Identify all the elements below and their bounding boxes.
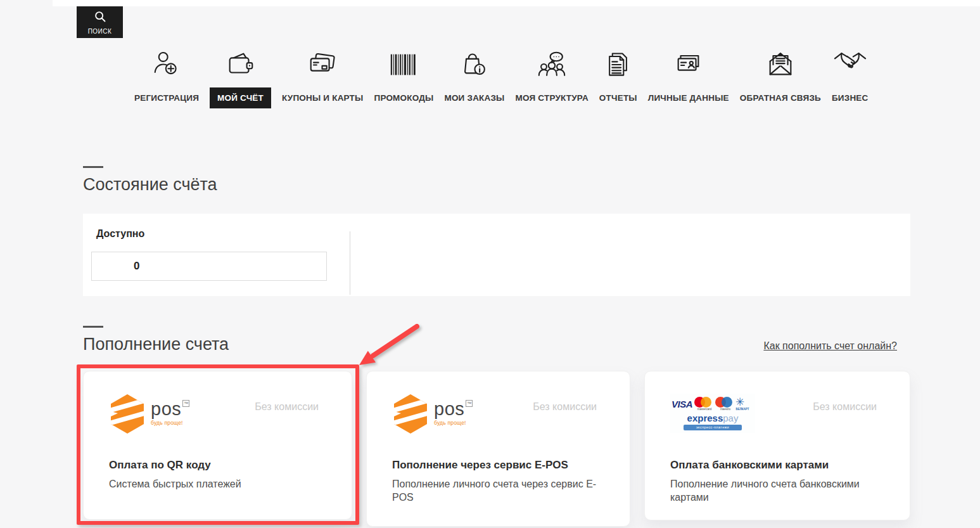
maestro-logo: maestro xyxy=(715,396,734,411)
nav-item-label: МОИ ЗАКАЗЫ xyxy=(444,87,504,108)
card-logo-row: pos™будь проще!Без комиссии xyxy=(392,392,604,438)
nav-item-feedback[interactable]: ОБРАТНАЯ СВЯЗЬ xyxy=(740,48,821,108)
top-strip xyxy=(53,0,980,6)
id-card-icon xyxy=(673,48,704,81)
epos-logo: pos™будь проще! xyxy=(392,394,473,437)
card-brands-row: VISAmastercardmaestro✳БЕЛКАРТ xyxy=(671,396,754,411)
search-button[interactable]: ПОИСК xyxy=(77,6,123,38)
nav-item-personal-data[interactable]: ЛИЧНЫЕ ДАННЫЕ xyxy=(648,48,729,108)
visa-logo: VISA xyxy=(671,399,692,409)
search-icon xyxy=(93,10,107,26)
account-page: ПОИСК РЕГИСТРАЦИЯМОЙ СЧЁТКУПОНЫ И КАРТЫП… xyxy=(0,0,980,528)
annotation-arrow-icon xyxy=(345,314,428,375)
belkart-logo: ✳БЕЛКАРТ xyxy=(735,396,749,411)
nav-item-my-structure[interactable]: МОЯ СТРУКТУРА xyxy=(516,48,589,108)
user-add-icon xyxy=(151,48,182,81)
mastercard-logo: mastercard xyxy=(694,396,713,411)
nav-item-coupons-cards[interactable]: КУПОНЫ И КАРТЫ xyxy=(282,48,363,108)
people-chat-icon xyxy=(535,48,568,81)
section-dash xyxy=(83,326,103,328)
section-dash xyxy=(83,166,103,168)
belkart-star-icon: ✳ xyxy=(735,396,744,408)
barcode-icon xyxy=(387,48,420,81)
nav-item-business[interactable]: БИЗНЕС xyxy=(832,48,869,108)
commission-badge: Без комиссии xyxy=(533,401,597,413)
top-up-title: Пополнение счета xyxy=(83,335,229,354)
account-status-title: Состояние счёта xyxy=(83,175,217,195)
available-value-field[interactable]: 0 xyxy=(91,252,327,281)
expresspay-tagline: экспресс-платежи xyxy=(684,425,742,430)
expresspay-strong-text: express xyxy=(687,413,723,423)
card-subtitle: Пополнение личного счета через сервис E-… xyxy=(392,477,604,504)
panel-divider xyxy=(350,231,350,295)
nav-item-registration[interactable]: РЕГИСТРАЦИЯ xyxy=(134,48,199,108)
how-to-top-up-link[interactable]: Как пополнить счет онлайн? xyxy=(763,340,897,352)
nav-item-label: КУПОНЫ И КАРТЫ xyxy=(282,87,363,108)
handshake-icon xyxy=(833,48,867,81)
topup-card-bank-cards[interactable]: VISAmastercardmaestro✳БЕЛКАРТexpresspayэ… xyxy=(644,371,910,520)
epos-tagline: будь проще! xyxy=(434,420,473,426)
mastercard-orange-circle xyxy=(701,397,711,408)
card-subtitle: Пополнение личного счета банковскими кар… xyxy=(670,477,884,504)
nav-item-label: ПРОМОКОДЫ xyxy=(374,87,433,108)
account-status-panel: Доступно 0 xyxy=(83,214,910,296)
nav-item-label: МОЙ СЧЁТ xyxy=(210,87,271,108)
nav-item-promo-codes[interactable]: ПРОМОКОДЫ xyxy=(374,48,433,108)
expresspay-logo: expresspay xyxy=(671,413,754,423)
card-title: Пополнение через сервис E-POS xyxy=(392,459,604,472)
mastercard-label: mastercard xyxy=(694,408,715,411)
nav-item-reports[interactable]: ОТЧЕТЫ xyxy=(599,48,637,108)
trademark-mark: ™ xyxy=(466,400,473,407)
annotation-highlight-box xyxy=(77,364,359,525)
available-label: Доступно xyxy=(96,228,144,240)
topup-card-epos-service[interactable]: pos™будь проще!Без комиссииПополнение че… xyxy=(366,371,630,527)
epos-hexagon-icon xyxy=(392,394,429,437)
main-nav: РЕГИСТРАЦИЯМОЙ СЧЁТКУПОНЫ И КАРТЫПРОМОКО… xyxy=(134,48,869,108)
bank-cards-logo: VISAmastercardmaestro✳БЕЛКАРТexpresspayэ… xyxy=(670,394,755,433)
commission-badge: Без комиссии xyxy=(813,401,877,413)
cards-icon xyxy=(306,48,339,81)
nav-item-label: ОБРАТНАЯ СВЯЗЬ xyxy=(740,87,821,108)
nav-item-label: РЕГИСТРАЦИЯ xyxy=(134,87,199,108)
expresspay-light-text: pay xyxy=(723,413,738,423)
nav-item-label: ОТЧЕТЫ xyxy=(599,87,637,108)
nav-item-label: БИЗНЕС xyxy=(832,87,869,108)
wallet-icon xyxy=(225,48,257,81)
nav-item-my-account[interactable]: МОЙ СЧЁТ xyxy=(210,48,271,108)
epos-name: pos xyxy=(434,399,464,419)
nav-item-label: МОЯ СТРУКТУРА xyxy=(516,87,589,108)
open-mail-icon xyxy=(765,48,796,81)
belkart-label: БЕЛКАРТ xyxy=(735,408,750,411)
shopping-bag-info-icon xyxy=(459,48,490,81)
epos-wordmark: pos™будь проще! xyxy=(434,400,473,426)
card-title: Оплата банковскими картами xyxy=(670,459,884,472)
documents-icon xyxy=(603,48,633,81)
card-logo-row: VISAmastercardmaestro✳БЕЛКАРТexpresspayэ… xyxy=(670,392,884,438)
search-button-label: ПОИСК xyxy=(88,28,112,35)
nav-item-my-orders[interactable]: МОИ ЗАКАЗЫ xyxy=(444,48,504,108)
nav-item-label: ЛИЧНЫЕ ДАННЫЕ xyxy=(648,87,729,108)
maestro-blue-circle xyxy=(722,397,732,408)
maestro-label: maestro xyxy=(715,408,735,411)
